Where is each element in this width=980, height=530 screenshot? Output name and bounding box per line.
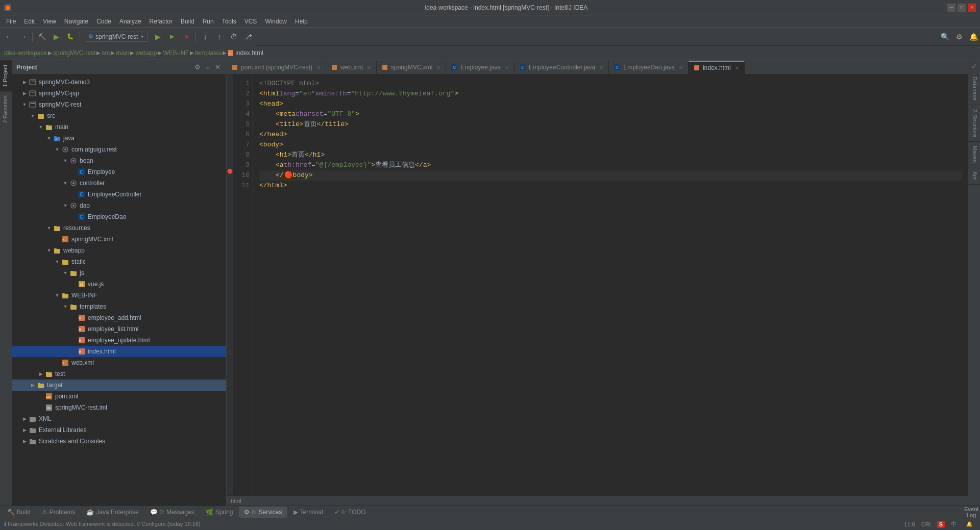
menu-vcs[interactable]: VCS [240, 17, 261, 26]
breadcrumb-src[interactable]: src [102, 49, 110, 57]
maximize-button[interactable]: □ [958, 4, 966, 12]
code-content[interactable]: <!DOCTYPE html> <html lang = "en" xmlns:… [253, 74, 968, 495]
bottom-tab-messages[interactable]: 💬 0: Messages [145, 507, 200, 518]
tree-item-webxml[interactable]: X web.xml [12, 357, 226, 368]
tree-item-src[interactable]: ▼ src [12, 110, 226, 121]
status-notifications-btn[interactable]: 🔔 [963, 518, 976, 531]
tree-item-webapp[interactable]: ▼ webapp [12, 245, 226, 256]
tree-toggle-xml[interactable]: ▶ [20, 415, 29, 423]
run-action-button[interactable]: ▶ [151, 30, 164, 43]
tab-indexhtml-close[interactable]: ✕ [735, 65, 739, 71]
vcs-history-button[interactable]: ⏱ [227, 30, 240, 43]
menu-file[interactable]: File [2, 17, 20, 26]
menu-view[interactable]: View [39, 17, 60, 26]
tree-toggle-java[interactable]: ▼ [45, 134, 53, 142]
tree-toggle-static[interactable]: ▼ [53, 258, 61, 266]
tree-item-springmvc-jsp[interactable]: ▶ springMVC-jsp [12, 88, 226, 99]
breadcrumb-webapp[interactable]: webapp [135, 49, 157, 57]
tree-item-vuejs[interactable]: JS vue.js [12, 279, 226, 290]
settings-button[interactable]: ⚙ [952, 30, 966, 43]
tree-toggle-test[interactable]: ▶ [37, 370, 45, 378]
project-minimize-button[interactable]: ✕ [213, 63, 222, 71]
sidebar-tab-project[interactable]: 1:Project [0, 60, 12, 91]
tree-toggle-webapp[interactable]: ▼ [45, 246, 53, 255]
close-button[interactable]: ✕ [968, 4, 976, 12]
tree-toggle-springmvc-demo3[interactable]: ▶ [20, 78, 29, 86]
tree-toggle-dao[interactable]: ▼ [61, 201, 69, 210]
tree-toggle-scratches[interactable]: ▶ [20, 437, 29, 445]
vcs-update-button[interactable]: ↓ [199, 30, 212, 43]
tree-item-bean[interactable]: ▼ bean [12, 155, 226, 166]
tab-pomxml[interactable]: pom.xml (springMVC-rest) ✕ [227, 61, 326, 74]
event-log-button[interactable]: Event Log [965, 506, 978, 519]
notifications-button[interactable]: 🔔 [967, 30, 980, 43]
tree-item-java[interactable]: ▼ J java [12, 133, 226, 144]
sidebar-tab-maven[interactable]: Maven [968, 142, 980, 167]
tree-toggle-springmvc-jsp[interactable]: ▶ [20, 89, 29, 97]
vcs-commit-button[interactable]: ↑ [213, 30, 226, 43]
tree-toggle-main[interactable]: ▼ [37, 123, 45, 131]
debug-button[interactable]: 🐛 [64, 30, 77, 43]
vcs-branches-button[interactable]: ⎇ [241, 30, 255, 43]
code-editor[interactable]: 🔴 1 2 3 4 5 6 7 8 9 10 11 [227, 74, 968, 495]
menu-edit[interactable]: Edit [20, 17, 39, 26]
tree-toggle-springmvc-rest[interactable]: ▼ [20, 100, 29, 109]
sidebar-tab-ant[interactable]: Ant [968, 167, 980, 185]
forward-button[interactable]: → [16, 30, 30, 43]
tree-item-templates[interactable]: ▼ templates [12, 301, 226, 312]
tab-employeedao[interactable]: C EmployeeDao.java ✕ [609, 61, 689, 74]
tab-springmvcxml[interactable]: springMVC.xml ✕ [377, 61, 446, 74]
tree-toggle-ext-libs[interactable]: ▶ [20, 426, 29, 434]
tree-item-springmvc-rest[interactable]: ▼ springMVC-rest [12, 99, 226, 110]
tree-toggle-bean[interactable]: ▼ [61, 157, 69, 165]
tree-item-springmvcxml[interactable]: X springMVC.xml [12, 234, 226, 245]
stop-button[interactable]: ■ [180, 30, 193, 43]
tree-item-resources[interactable]: ▼ resources [12, 222, 226, 234]
tab-employee-java[interactable]: C Employee.java ✕ [446, 61, 514, 74]
tree-item-iml[interactable]: IML springMVC-rest.iml [12, 402, 226, 413]
back-button[interactable]: ← [2, 30, 15, 43]
build-button[interactable]: 🔨 [35, 30, 48, 43]
minimize-button[interactable]: ─ [947, 4, 955, 12]
tree-item-controller[interactable]: ▼ controller [12, 178, 226, 189]
project-settings-button[interactable]: ≡ [204, 63, 211, 71]
bottom-tab-todo[interactable]: ✓ 6: TODO [329, 507, 371, 518]
tree-item-web-inf[interactable]: ▼ WEB-INF [12, 290, 226, 301]
run-with-coverage-button[interactable]: ▶ [165, 30, 179, 43]
breadcrumb-idea-workspace[interactable]: idea-workspace [4, 49, 47, 57]
breadcrumb-springmvc-rest[interactable]: springMVC-rest [53, 49, 95, 57]
run-button[interactable]: ▶ [50, 30, 63, 43]
tree-toggle-controller[interactable]: ▼ [61, 179, 69, 187]
tree-item-employee-list[interactable]: H employee_list.html [12, 323, 226, 335]
tree-item-package[interactable]: ▼ com.atguigu.rest [12, 144, 226, 155]
menu-build[interactable]: Build [177, 17, 199, 26]
tree-toggle-web-inf[interactable]: ▼ [53, 291, 61, 299]
bottom-tab-terminal[interactable]: ▶ Terminal [288, 507, 328, 518]
run-config-selector[interactable]: ⚙ springMVC-rest ▼ [85, 32, 148, 42]
menu-tools[interactable]: Tools [218, 17, 240, 26]
bottom-tab-java-enterprise[interactable]: ☕ Java Enterprise [81, 507, 143, 518]
tab-springmvcxml-close[interactable]: ✕ [436, 65, 440, 70]
tree-item-js[interactable]: ▼ js [12, 267, 226, 279]
tree-item-employee-add[interactable]: H employee_add.html [12, 312, 226, 323]
tab-webxml[interactable]: web.xml ✕ [326, 61, 377, 74]
menu-navigate[interactable]: Navigate [60, 17, 92, 26]
bottom-tab-problems[interactable]: ⚠ Problems [37, 507, 81, 518]
tree-item-employee-update[interactable]: H employee_update.html [12, 335, 226, 346]
tree-item-employee[interactable]: C Employee [12, 166, 226, 178]
tree-item-ext-libs[interactable]: ▶ External Libraries [12, 424, 226, 436]
menu-refactor[interactable]: Refactor [145, 17, 177, 26]
cursor-position[interactable]: 11:8 [904, 521, 915, 527]
tab-ec-close[interactable]: ✕ [599, 65, 603, 70]
menu-help[interactable]: Help [291, 17, 312, 26]
tree-item-xml[interactable]: ▶ XML [12, 413, 226, 424]
tab-dao-close[interactable]: ✕ [679, 65, 683, 70]
tree-toggle-package[interactable]: ▼ [53, 145, 61, 154]
search-everywhere-button[interactable]: 🔍 [938, 30, 951, 43]
sidebar-tab-z-structure[interactable]: Z-Structure [968, 105, 980, 142]
bottom-tab-spring[interactable]: 🌿 Spring [201, 507, 238, 518]
bottom-tab-services[interactable]: ⚙ 8: Services [239, 507, 287, 518]
tree-toggle-templates[interactable]: ▼ [61, 302, 69, 311]
tree-item-pomxml[interactable]: pom pom.xml [12, 391, 226, 402]
project-gear-button[interactable]: ⚙ [193, 63, 202, 71]
